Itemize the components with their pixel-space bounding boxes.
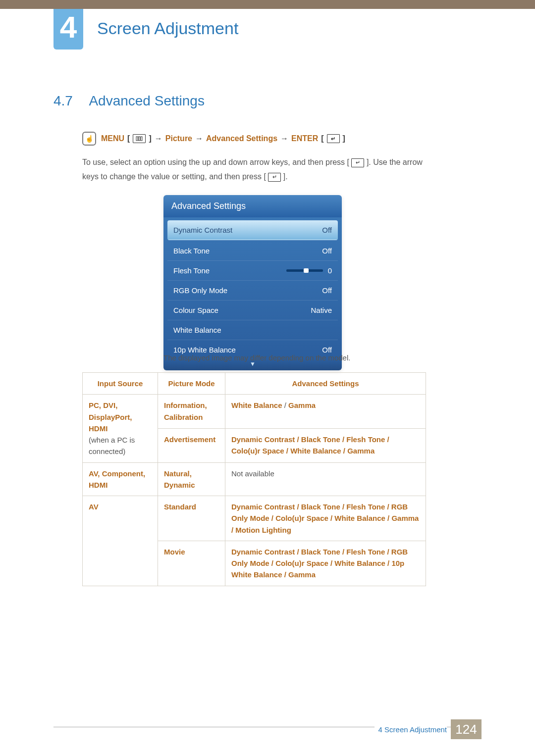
enter-label: ENTER bbox=[291, 134, 318, 143]
bracket-close: ] bbox=[343, 134, 345, 143]
osd-row-label: RGB Only Mode bbox=[173, 286, 227, 295]
cell-picture-mode: Natural, Dynamic bbox=[158, 462, 225, 496]
osd-row-white-balance[interactable]: White Balance bbox=[167, 320, 338, 340]
osd-disclaimer: The displayed image may differ depending… bbox=[163, 353, 350, 362]
instruction-part3: ]. bbox=[283, 172, 288, 181]
arrow-icon: → bbox=[195, 134, 203, 143]
osd-row-value: Off bbox=[322, 247, 332, 255]
adv-item: White Balance bbox=[231, 401, 282, 409]
cell-advanced: Dynamic Contrast / Black Tone / Flesh To… bbox=[225, 541, 426, 586]
src-orange: PC, DVI, DisplayPort, HDMI bbox=[89, 401, 132, 433]
cell-advanced: Dynamic Contrast / Black Tone / Flesh To… bbox=[225, 428, 426, 462]
th-input-source: Input Source bbox=[83, 373, 158, 395]
osd-row-label: Dynamic Contrast bbox=[173, 226, 232, 234]
src: AV bbox=[89, 503, 99, 511]
svg-rect-1 bbox=[139, 137, 140, 141]
instruction-text: To use, select an option using the up an… bbox=[82, 155, 426, 184]
menu-icon bbox=[133, 134, 146, 143]
table-header-row: Input Source Picture Mode Advanced Setti… bbox=[83, 373, 426, 395]
cell-input-source-av: AV bbox=[83, 496, 158, 586]
crumb-picture: Picture bbox=[165, 134, 192, 143]
th-picture-mode: Picture Mode bbox=[158, 373, 225, 395]
cell-input-source-av-comp: AV, Component, HDMI bbox=[83, 462, 158, 496]
osd-row-label: 10p White Balance bbox=[173, 346, 236, 354]
arrow-icon: → bbox=[280, 134, 288, 143]
page-number-badge: 124 bbox=[451, 719, 482, 739]
src-grey: (when a PC is connected) bbox=[89, 436, 135, 455]
section-number: 4.7 bbox=[54, 93, 73, 109]
src: AV, Component, HDMI bbox=[89, 469, 145, 489]
osd-row-label: Colour Space bbox=[173, 306, 218, 314]
enter-icon: ↵ bbox=[327, 134, 340, 143]
section-title: Advanced Settings bbox=[89, 93, 205, 109]
osd-panel: Advanced Settings Dynamic Contrast Off B… bbox=[163, 195, 342, 370]
osd-row-colour-space[interactable]: Colour Space Native bbox=[167, 301, 338, 320]
crumb-advanced: Advanced Settings bbox=[206, 134, 277, 143]
svg-rect-2 bbox=[141, 137, 142, 141]
bracket-open: [ bbox=[127, 134, 130, 143]
osd-row-value: Off bbox=[322, 286, 332, 295]
osd-row-value: Native bbox=[311, 306, 332, 314]
adv-items: Dynamic Contrast / Black Tone / Flesh To… bbox=[231, 503, 419, 534]
table-row: PC, DVI, DisplayPort, HDMI (when a PC is… bbox=[83, 395, 426, 429]
osd-row-value: Off bbox=[322, 346, 332, 354]
settings-table: Input Source Picture Mode Advanced Setti… bbox=[82, 372, 426, 586]
chapter-title: Screen Adjustment bbox=[97, 19, 238, 38]
adv-items: Dynamic Contrast / Black Tone / Flesh To… bbox=[231, 435, 389, 455]
footer-chapter-label: 4 Screen Adjustment bbox=[374, 725, 447, 734]
bracket-close: ] bbox=[149, 134, 151, 143]
osd-body: Dynamic Contrast Off Black Tone Off Fles… bbox=[163, 217, 342, 359]
pm: Movie bbox=[164, 548, 185, 556]
chapter-number-tab: 4 bbox=[54, 9, 83, 50]
osd-row-label: Black Tone bbox=[173, 247, 210, 255]
touch-icon: ☝ bbox=[82, 132, 96, 146]
osd-row-black-tone[interactable]: Black Tone Off bbox=[167, 241, 338, 261]
cell-advanced: White Balance / Gamma bbox=[225, 395, 426, 429]
pm: Standard bbox=[164, 503, 196, 511]
th-advanced-settings: Advanced Settings bbox=[225, 373, 426, 395]
adv-na: Not available bbox=[231, 469, 274, 478]
separator: / bbox=[282, 401, 289, 409]
breadcrumb: ☝ MENU [ ] → Picture → Advanced Settings… bbox=[82, 132, 345, 146]
osd-title: Advanced Settings bbox=[163, 195, 342, 217]
bracket-open: [ bbox=[321, 134, 323, 143]
osd-row-label: White Balance bbox=[173, 326, 221, 334]
cell-picture-mode: Advertisement bbox=[158, 428, 225, 462]
osd-row-rgb-only-mode[interactable]: RGB Only Mode Off bbox=[167, 281, 338, 301]
svg-rect-0 bbox=[136, 137, 138, 141]
cell-input-source-pc: PC, DVI, DisplayPort, HDMI (when a PC is… bbox=[83, 395, 158, 462]
osd-row-value: Off bbox=[322, 226, 332, 234]
pm: Advertisement bbox=[164, 435, 215, 444]
slider-icon[interactable] bbox=[286, 269, 323, 272]
osd-row-value: 0 bbox=[328, 266, 332, 275]
table-row: AV Standard Dynamic Contrast / Black Ton… bbox=[83, 496, 426, 541]
cell-advanced: Not available bbox=[225, 462, 426, 496]
pm: Natural, Dynamic bbox=[164, 469, 195, 489]
enter-icon: ↵ bbox=[351, 158, 364, 167]
cell-picture-mode: Information, Calibration bbox=[158, 395, 225, 429]
osd-row-dynamic-contrast[interactable]: Dynamic Contrast Off bbox=[167, 220, 338, 240]
instruction-part1: To use, select an option using the up an… bbox=[82, 158, 349, 166]
top-brown-bar bbox=[0, 0, 535, 9]
arrow-icon: → bbox=[155, 134, 162, 143]
pm: Information, Calibration bbox=[164, 401, 207, 421]
osd-row-flesh-tone[interactable]: Flesh Tone 0 bbox=[167, 261, 338, 281]
enter-icon: ↵ bbox=[268, 173, 281, 182]
menu-label: MENU bbox=[101, 134, 124, 143]
cell-advanced: Dynamic Contrast / Black Tone / Flesh To… bbox=[225, 496, 426, 541]
table-row: AV, Component, HDMI Natural, Dynamic Not… bbox=[83, 462, 426, 496]
page-footer: 4 Screen Adjustment 124 bbox=[54, 719, 482, 739]
adv-items: Dynamic Contrast / Black Tone / Flesh To… bbox=[231, 548, 408, 579]
cell-picture-mode: Standard bbox=[158, 496, 225, 541]
section-heading: 4.7 Advanced Settings bbox=[54, 93, 205, 109]
cell-picture-mode: Movie bbox=[158, 541, 225, 586]
osd-row-label: Flesh Tone bbox=[173, 266, 210, 275]
adv-item: Gamma bbox=[288, 401, 316, 409]
